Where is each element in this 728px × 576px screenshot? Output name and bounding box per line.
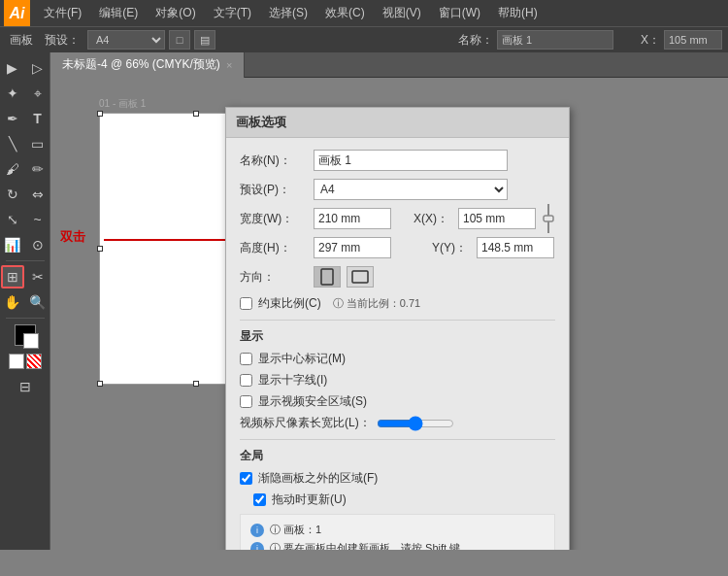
menu-view[interactable]: 视图(V) <box>375 3 429 23</box>
tools-panel: ▶ ▷ ✦ ⌖ ✒ T ╲ ▭ 🖌 ✏ ↻ ⇔ ⤡ ~ 📊 ⊙ <box>0 52 50 550</box>
menu-bar: Ai 文件(F) 编辑(E) 对象(O) 文字(T) 选择(S) 效果(C) 视… <box>0 0 728 26</box>
main-area: ▶ ▷ ✦ ⌖ ✒ T ╲ ▭ 🖌 ✏ ↻ ⇔ ⤡ ~ 📊 ⊙ <box>0 52 728 550</box>
tab-bar: 未标题-4 @ 66% (CMYK/预览) × <box>50 52 728 78</box>
handle-lm <box>97 246 103 252</box>
constrain-label: 约束比例(C) <box>258 295 321 312</box>
constrain-checkbox[interactable] <box>240 297 252 310</box>
info-text1: ⓘ 画板：1 <box>270 523 321 537</box>
warp-tool[interactable]: ~ <box>26 208 50 231</box>
artboard-preset-select[interactable]: A4 <box>314 179 508 200</box>
width-field-label: 宽度(W)： <box>240 211 308 227</box>
reflect-tool[interactable]: ⇔ <box>26 183 50 206</box>
height-input[interactable] <box>314 237 391 258</box>
y-coord-input[interactable] <box>477 237 554 258</box>
menu-file[interactable]: 文件(F) <box>36 3 89 23</box>
link-icon <box>542 211 555 226</box>
svg-rect-6 <box>352 271 368 283</box>
menu-help[interactable]: 帮助(H) <box>490 3 546 23</box>
height-field-label: 高度(H)： <box>240 240 308 256</box>
constrain-row: 约束比例(C) ⓘ 当前比例：0.71 <box>240 295 555 312</box>
constrain-info: ⓘ 当前比例：0.71 <box>333 296 420 311</box>
width-x-row: 宽度(W)： X(X)： <box>240 208 555 229</box>
show-center-row: 显示中心标记(M) <box>240 351 555 367</box>
dblclick-annotation: 双击 <box>60 228 85 246</box>
update-row: 拖动时更新(U) <box>240 491 555 508</box>
tab-close-button[interactable]: × <box>226 59 232 71</box>
rotate-tool[interactable]: ↻ <box>1 183 24 206</box>
artboard-toolbar: 画板 预设： A4 □ ▤ 名称： X： <box>0 26 728 52</box>
x-input[interactable] <box>664 30 722 50</box>
selection-tool[interactable]: ▶ <box>1 56 24 80</box>
svg-rect-3 <box>547 221 549 233</box>
canvas-content: 01 - 画板 1 双击 <box>50 78 728 550</box>
pixel-ratio-row: 视频标尺像素长宽比(L)： <box>240 415 555 431</box>
show-crosshair-checkbox[interactable] <box>240 374 252 387</box>
line-tool[interactable]: ╲ <box>1 132 24 155</box>
display-section-label: 显示 <box>240 328 555 345</box>
lasso-tool[interactable]: ⌖ <box>26 82 50 105</box>
show-crosshair-row: 显示十字线(I) <box>240 372 555 389</box>
name-label: 名称： <box>458 32 493 49</box>
symbol-sprayer-tool[interactable]: ⊙ <box>26 233 50 256</box>
preset-select[interactable]: A4 <box>87 30 165 50</box>
magic-wand-tool[interactable]: ✦ <box>1 82 24 105</box>
menu-window[interactable]: 窗口(W) <box>431 3 488 23</box>
preset-row: 预设(P)： A4 <box>240 179 555 200</box>
pencil-tool[interactable]: ✏ <box>26 157 50 181</box>
rect-tool[interactable]: ▭ <box>26 132 50 155</box>
tab-title: 未标题-4 @ 66% (CMYK/预览) <box>62 56 220 73</box>
y-field-label: Y(Y)： <box>432 240 471 256</box>
show-center-checkbox[interactable] <box>240 353 252 365</box>
pixel-ratio-slider[interactable] <box>377 416 454 431</box>
direct-selection-tool[interactable]: ▷ <box>26 56 50 80</box>
separator1 <box>240 320 555 321</box>
menu-select[interactable]: 选择(S) <box>261 3 315 23</box>
orientation-row: 方向： <box>240 266 555 288</box>
fade-checkbox[interactable] <box>240 472 252 485</box>
info-row1: i ⓘ 画板：1 <box>250 523 545 537</box>
update-label: 拖动时更新(U) <box>272 491 347 508</box>
paintbrush-tool[interactable]: 🖌 <box>1 157 24 181</box>
pen-tool[interactable]: ✒ <box>1 107 24 130</box>
handle-tl <box>97 111 103 117</box>
artboard-name-input[interactable] <box>314 150 508 171</box>
artboard-tool[interactable]: ⊞ <box>1 265 24 288</box>
show-video-label: 显示视频安全区域(S) <box>258 393 367 410</box>
x-coord-input[interactable] <box>458 208 536 229</box>
type-tool[interactable]: T <box>26 107 50 130</box>
hand-tool[interactable]: ✋ <box>1 290 24 314</box>
fade-label: 渐隐画板之外的区域(F) <box>258 470 378 487</box>
svg-rect-4 <box>544 216 553 221</box>
info-icon2: i <box>250 542 264 550</box>
menu-effect[interactable]: 效果(C) <box>317 3 373 23</box>
scale-tool[interactable]: ⤡ <box>1 208 24 231</box>
width-input[interactable] <box>314 208 391 229</box>
landscape-button[interactable] <box>347 266 374 288</box>
handle-bm <box>193 381 199 387</box>
update-checkbox[interactable] <box>253 493 266 506</box>
menu-edit[interactable]: 编辑(E) <box>91 3 146 23</box>
toolbar-btn1[interactable]: □ <box>169 30 190 50</box>
name-input[interactable] <box>497 30 613 50</box>
menu-object[interactable]: 对象(O) <box>148 3 203 23</box>
dialog-title: 画板选项 <box>226 108 569 138</box>
artboards-panel-btn[interactable]: ⊟ <box>14 375 37 398</box>
x-label: X： <box>641 32 660 49</box>
preset-field-label: 预设(P)： <box>240 182 308 198</box>
dialog-body: 名称(N)： 预设(P)： A4 宽度(W)： <box>226 138 569 550</box>
pixel-ratio-label: 视频标尺像素长宽比(L)： <box>240 415 371 431</box>
show-center-label: 显示中心标记(M) <box>258 351 346 367</box>
toolbar-btn2[interactable]: ▤ <box>194 30 215 50</box>
menu-text[interactable]: 文字(T) <box>206 3 259 23</box>
graph-tool[interactable]: 📊 <box>1 233 24 256</box>
height-y-row: 高度(H)： Y(Y)： <box>240 237 555 258</box>
active-tab[interactable]: 未标题-4 @ 66% (CMYK/预览) × <box>50 52 245 78</box>
handle-bl <box>97 381 103 387</box>
name-row: 名称(N)： <box>240 150 555 171</box>
svg-rect-5 <box>321 269 333 285</box>
show-video-checkbox[interactable] <box>240 395 252 408</box>
slice-tool[interactable]: ✂ <box>26 265 50 288</box>
x-field-label: X(X)： <box>414 211 452 227</box>
portrait-button[interactable] <box>314 266 341 288</box>
zoom-tool[interactable]: 🔍 <box>26 290 50 314</box>
